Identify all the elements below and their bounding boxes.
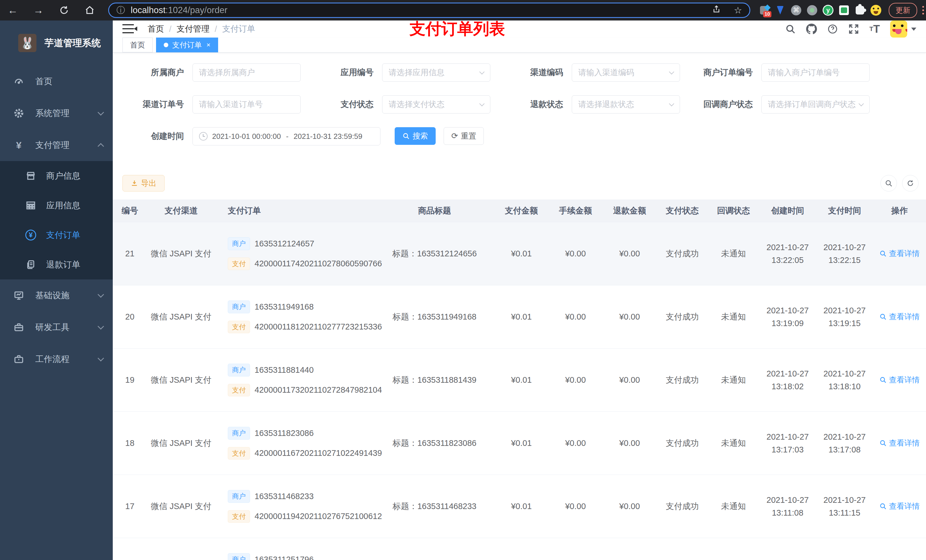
browser-menu-icon[interactable] (922, 6, 924, 15)
toolbox-icon (12, 321, 25, 334)
product-title: 标题：1635311949168 (375, 311, 494, 323)
yen-circle-icon: ¥ (24, 229, 37, 241)
channel-order-no-input[interactable] (192, 95, 301, 113)
sidebar-item-infra[interactable]: 基础设施 (0, 279, 113, 311)
refund-status-select[interactable]: 请选择退款状态 (572, 95, 680, 113)
export-button[interactable]: 导出 (123, 175, 165, 192)
merchant-order-no: 1635311251796 (254, 555, 314, 560)
sidebar-item-refund-order[interactable]: 退款订单 (0, 250, 113, 279)
filter-label-create-time: 创建时间 (113, 131, 192, 142)
pay-status: 支付成功 (657, 311, 708, 323)
refresh-table-button[interactable] (902, 175, 918, 192)
pay-amount: ¥0.01 (494, 438, 548, 448)
pay-time: 2021-10-27 13:18:10 (816, 367, 873, 393)
sidebar-item-workflow[interactable]: 工作流程 (0, 343, 113, 375)
extension-puzzle-icon[interactable] (854, 4, 866, 16)
channel-pay-no: 4200001181202110277723215336 (254, 322, 382, 332)
notify-status: 未通知 (708, 311, 759, 323)
notify-status: 未通知 (708, 501, 759, 512)
help-icon[interactable] (827, 24, 838, 35)
actions-cell: 查看详情 (873, 438, 926, 449)
merchant-order-no-input[interactable] (761, 63, 870, 82)
actions-cell: 查看详情 (873, 501, 926, 512)
pay-amount: ¥0.01 (494, 375, 548, 385)
font-size-icon[interactable]: TT (869, 23, 880, 35)
table-row: 19 微信 JSAPI 支付 商户 1635311881440 支付 42000… (113, 349, 926, 412)
avatar-caret-icon[interactable] (911, 27, 916, 31)
create-time: 2021-10-27 13:11:08 (759, 494, 816, 519)
table-toolbar: 导出 (113, 175, 926, 192)
share-icon[interactable] (712, 5, 721, 16)
breadcrumb-pay[interactable]: 支付管理 (177, 23, 210, 35)
collapse-sidebar-icon[interactable] (123, 24, 135, 35)
extension-chat-icon[interactable] (838, 4, 850, 16)
extension-tabs-icon[interactable]: 10 (758, 4, 770, 16)
sidebar-item-system[interactable]: 系统管理 (0, 97, 113, 129)
notify-status-select[interactable]: 请选择订单回调商户状态 (761, 95, 870, 113)
browser-forward-icon[interactable]: → (31, 3, 45, 17)
pay-status: 支付成功 (657, 501, 708, 512)
pay-channel: 微信 JSAPI 支付 (147, 248, 215, 260)
order-id: 18 (113, 438, 147, 448)
reset-button[interactable]: ⟳ 重置 (443, 127, 484, 145)
sidebar-item-app-info[interactable]: 应用信息 (0, 191, 113, 220)
user-avatar[interactable] (890, 21, 907, 38)
chevron-down-icon (669, 101, 674, 106)
chevron-down-icon (479, 69, 484, 74)
fee-amount: ¥0.00 (548, 502, 602, 511)
view-detail-link[interactable]: 查看详情 (879, 438, 920, 448)
view-detail-link[interactable]: 查看详情 (879, 312, 920, 322)
pay-status-select[interactable]: 请选择支付状态 (382, 95, 490, 113)
github-icon[interactable] (806, 24, 817, 35)
sidebar-item-merchant-info[interactable]: 商户信息 (0, 161, 113, 191)
view-detail-link[interactable]: 查看详情 (879, 248, 920, 259)
address-bar[interactable]: ⓘ localhost:1024/pay/order ☆ (108, 3, 750, 18)
app-logo: 🐰 (18, 34, 36, 52)
table-row: 20 微信 JSAPI 支付 商户 1635311949168 支付 42000… (113, 285, 926, 349)
pay-order-cell: 商户 1635311881440 支付 42000011732021102728… (215, 364, 375, 397)
create-time-range-picker[interactable]: 2021-10-01 00:00:00 - 2021-10-31 23:59:5… (192, 127, 380, 145)
app-select[interactable]: 请选择应用信息 (382, 63, 490, 82)
site-info-icon[interactable]: ⓘ (117, 5, 125, 16)
pay-status: 支付成功 (657, 248, 708, 260)
browser-reload-icon[interactable] (57, 3, 71, 17)
active-dot-icon (164, 43, 168, 47)
search-button[interactable]: 搜索 (395, 127, 436, 145)
sidebar-item-devtools[interactable]: 研发工具 (0, 311, 113, 343)
clock-icon (199, 132, 207, 140)
breadcrumb-home[interactable]: 首页 (147, 23, 164, 35)
view-detail-link[interactable]: 查看详情 (879, 501, 920, 511)
chevron-down-icon (669, 69, 674, 74)
fullscreen-icon[interactable] (848, 24, 859, 35)
tab-pay-order[interactable]: 支付订单 × (156, 38, 218, 52)
extension-recorder-icon[interactable] (806, 4, 818, 16)
sidebar-item-home[interactable]: 首页 (0, 65, 113, 97)
bookmark-star-icon[interactable]: ☆ (734, 5, 742, 16)
magnifier-icon (879, 376, 887, 383)
browser-update-button[interactable]: 更新 (889, 3, 917, 18)
sidebar-item-pay[interactable]: ¥ 支付管理 (0, 129, 113, 161)
chevron-down-icon (98, 355, 104, 362)
search-icon[interactable] (785, 24, 796, 35)
pay-time: 2021-10-27 13:22:15 (816, 241, 873, 267)
url-host: localhost (131, 5, 165, 15)
actions-cell: 查看详情 (873, 312, 926, 322)
merchant-tag: 商户 (228, 553, 250, 560)
magnifier-icon (879, 503, 887, 510)
dashboard-icon (12, 75, 25, 88)
tab-home[interactable]: 首页 (123, 38, 153, 52)
extension-y-icon[interactable]: y (822, 4, 834, 16)
tab-close-icon[interactable]: × (206, 41, 210, 49)
toggle-search-button[interactable] (881, 175, 897, 192)
filter-label-channel-code: 渠道编码 (492, 67, 572, 78)
merchant-select[interactable] (192, 63, 301, 82)
browser-home-icon[interactable] (83, 3, 97, 17)
channel-code-select[interactable]: 请输入渠道编码 (572, 63, 680, 82)
browser-back-icon[interactable]: ← (6, 3, 20, 17)
extension-emoji-icon[interactable] (870, 4, 882, 16)
sidebar-item-pay-order[interactable]: ¥ 支付订单 (0, 220, 113, 250)
view-detail-link[interactable]: 查看详情 (879, 375, 920, 385)
extension-kite-icon[interactable] (774, 4, 786, 16)
merchant-tag: 商户 (228, 427, 250, 440)
extension-command-icon[interactable]: ⌘ (790, 4, 802, 16)
